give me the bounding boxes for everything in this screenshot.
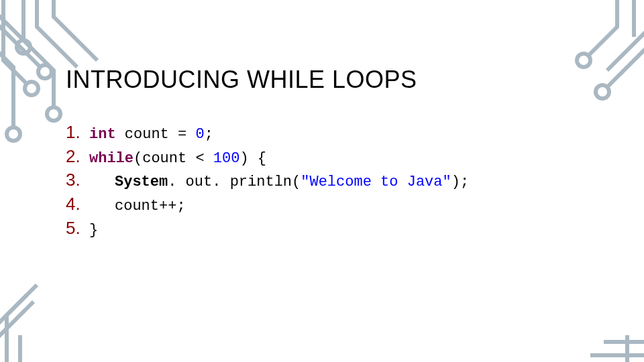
string-literal: "Welcome to Java" bbox=[301, 174, 451, 190]
svg-point-3 bbox=[17, 40, 30, 54]
slide: INTRODUCING WHILE LOOPS 1. int count = 0… bbox=[0, 0, 644, 362]
code-block: 1. int count = 0; 2. while(count < 100) … bbox=[66, 121, 604, 240]
code-line-1: 1. int count = 0; bbox=[66, 121, 604, 145]
class-name: System bbox=[115, 174, 168, 190]
code-fragment: ; bbox=[205, 126, 213, 143]
keyword-int: int bbox=[89, 126, 116, 143]
code-line-4: 4. count++; bbox=[66, 192, 604, 217]
code-line-2: 2. while(count < 100) { bbox=[66, 145, 604, 169]
line-number: 1. bbox=[66, 121, 89, 144]
code-text: int count = 0; bbox=[89, 125, 213, 145]
line-number: 2. bbox=[66, 145, 89, 168]
code-fragment: . out. println( bbox=[168, 174, 301, 190]
code-line-5: 5. } bbox=[66, 217, 604, 241]
svg-point-2 bbox=[25, 82, 38, 95]
number-literal: 0 bbox=[195, 126, 204, 143]
svg-point-4 bbox=[7, 127, 20, 141]
slide-title: INTRODUCING WHILE LOOPS bbox=[66, 66, 417, 94]
keyword-while: while bbox=[89, 150, 133, 167]
code-text: while(count < 100) { bbox=[89, 149, 266, 169]
svg-point-5 bbox=[596, 85, 609, 99]
code-fragment: ); bbox=[451, 174, 469, 190]
line-number: 5. bbox=[66, 217, 89, 240]
code-fragment: count++; bbox=[115, 198, 186, 215]
svg-point-6 bbox=[577, 54, 590, 67]
code-text: count++; bbox=[89, 196, 186, 217]
svg-point-1 bbox=[47, 107, 60, 121]
code-line-3: 3. System. out. println("Welcome to Java… bbox=[66, 168, 604, 192]
code-fragment: count = bbox=[116, 126, 196, 143]
code-text: System. out. println("Welcome to Java"); bbox=[89, 172, 469, 192]
code-text: } bbox=[89, 221, 98, 241]
number-literal: 100 bbox=[213, 150, 240, 167]
code-fragment: (count < bbox=[133, 150, 213, 167]
code-fragment: } bbox=[89, 222, 98, 239]
line-number: 3. bbox=[66, 168, 89, 192]
code-fragment: ) { bbox=[239, 150, 266, 167]
line-number: 4. bbox=[66, 192, 89, 216]
svg-point-0 bbox=[38, 65, 52, 78]
